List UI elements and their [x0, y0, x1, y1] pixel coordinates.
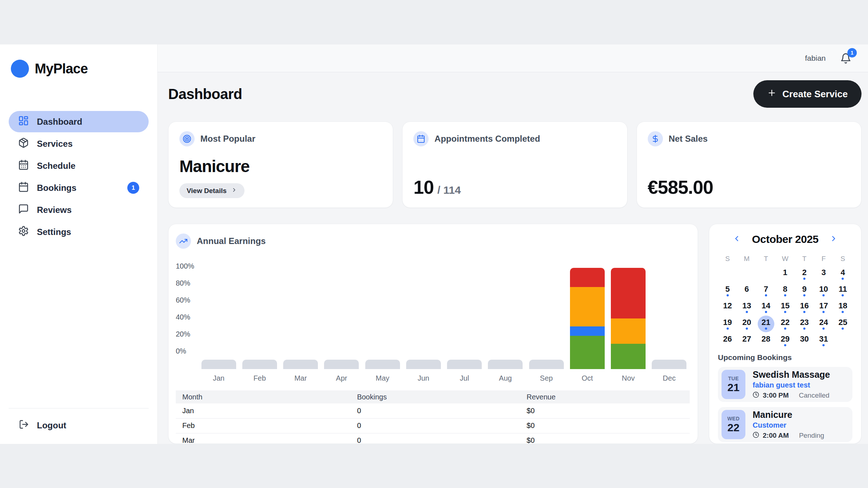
calendar-day-26[interactable]: 26	[718, 332, 737, 349]
day-number: 30	[800, 335, 809, 343]
table-row: Mar0$0	[176, 433, 690, 444]
bar-nov	[608, 256, 649, 369]
calendar-day-15[interactable]: 15	[775, 299, 795, 316]
calendar-day-28[interactable]: 28	[756, 332, 775, 349]
calendar-day-6[interactable]: 6	[737, 282, 756, 299]
chart-x-labels: JanFebMarAprMayJunJulAugSepOctNovDec	[176, 374, 690, 382]
chevron-right-icon	[829, 234, 838, 244]
notification-badge: 1	[847, 48, 857, 57]
day-number: 21	[762, 318, 770, 327]
calendar-day-8[interactable]: 8	[775, 282, 795, 299]
booking-item[interactable]: TUE21Swedish Massagefabian guest test3:0…	[718, 367, 852, 402]
calendar-day-16[interactable]: 16	[795, 299, 814, 316]
calendar-day-9[interactable]: 9	[795, 282, 814, 299]
booking-customer-link[interactable]: fabian guest test	[753, 381, 830, 389]
calendar-day-17[interactable]: 17	[814, 299, 833, 316]
weekday-label: M	[737, 255, 756, 263]
day-number: 10	[819, 285, 828, 294]
logout-button[interactable]: Logout	[9, 419, 149, 432]
logout-icon	[19, 419, 29, 432]
weekday-label: S	[718, 255, 737, 263]
calendar-day-11[interactable]: 11	[833, 282, 852, 299]
day-number: 4	[841, 268, 845, 277]
annual-earnings-card: Annual Earnings 100%80%60%40%20%0% JanFe…	[168, 224, 698, 444]
calendar-day-14[interactable]: 14	[756, 299, 775, 316]
view-details-button[interactable]: View Details	[179, 183, 244, 198]
calendar-day-18[interactable]: 18	[833, 299, 852, 316]
empty-bar	[283, 360, 318, 369]
calendar-day-27[interactable]: 27	[737, 332, 756, 349]
app-container: MyPlace DashboardServicesScheduleBooking…	[0, 44, 868, 444]
calendar-day-20[interactable]: 20	[737, 316, 756, 332]
net-sales-card: Net Sales €585.00	[637, 121, 861, 208]
sidebar-item-bookings[interactable]: Bookings1	[9, 177, 149, 198]
calendar-day-2[interactable]: 2	[795, 266, 814, 282]
sidebar-item-schedule[interactable]: Schedule	[9, 155, 149, 176]
calendar-day-19[interactable]: 19	[718, 316, 737, 332]
selected-day: 21	[758, 316, 774, 332]
calendar-day-23[interactable]: 23	[795, 316, 814, 332]
calendar-day-10[interactable]: 10	[814, 282, 833, 299]
booking-day: 21	[727, 381, 739, 394]
table-column-header: Revenue	[520, 390, 690, 403]
settings-icon	[18, 226, 29, 239]
calendar-day-21[interactable]: 21	[756, 316, 775, 332]
sidebar-item-services[interactable]: Services	[9, 133, 149, 154]
calendar-day-30[interactable]: 30	[795, 332, 814, 349]
x-axis-label: Feb	[239, 374, 280, 382]
sidebar-item-reviews[interactable]: Reviews	[9, 199, 149, 221]
calendar-next-button[interactable]	[828, 233, 839, 245]
empty-bar	[365, 360, 400, 369]
chart-area: 100%80%60%40%20%0%	[176, 256, 690, 369]
day: 27	[739, 332, 755, 349]
upcoming-bookings-heading: Upcoming Bookings	[718, 353, 852, 362]
calendar-day-7[interactable]: 7	[756, 282, 775, 299]
notifications-button[interactable]: 1	[840, 53, 851, 64]
booking-weekday: WED	[727, 416, 740, 421]
day-number: 13	[742, 301, 751, 310]
calendar-day-3[interactable]: 3	[814, 266, 833, 282]
username[interactable]: fabian	[805, 54, 826, 63]
calendar-day-4[interactable]: 4	[833, 266, 852, 282]
calendar-day-24[interactable]: 24	[814, 316, 833, 332]
x-axis-label: Sep	[526, 374, 567, 382]
most-popular-value: Manicure	[179, 157, 382, 176]
dollar-icon	[648, 131, 663, 146]
day: 7	[758, 282, 774, 299]
booking-customer-link[interactable]: Customer	[753, 421, 824, 429]
booking-dot	[765, 328, 767, 330]
calendar-day-31[interactable]: 31	[814, 332, 833, 349]
calendar-day-5[interactable]: 5	[718, 282, 737, 299]
table-body: Jan0$0Feb0$0Mar0$0	[176, 403, 690, 444]
logout-label: Logout	[37, 420, 66, 431]
day: 1	[777, 266, 793, 282]
topbar: fabian 1	[158, 44, 868, 72]
net-sales-label: Net Sales	[669, 134, 708, 144]
calendar-day-25[interactable]: 25	[833, 316, 852, 332]
sidebar-footer: Logout	[9, 408, 149, 432]
table-cell: Jan	[176, 403, 350, 418]
booking-dot	[842, 311, 844, 313]
calendar-prev-button[interactable]	[731, 233, 743, 245]
day: 30	[796, 332, 813, 349]
calendar-day-12[interactable]: 12	[718, 299, 737, 316]
calendar-day-29[interactable]: 29	[775, 332, 795, 349]
bar-oct	[567, 256, 608, 369]
main-area: fabian 1 Dashboard Create Service Most P…	[158, 44, 868, 444]
appointments-total: / 114	[437, 184, 461, 196]
calendar-day-22[interactable]: 22	[775, 316, 795, 332]
card-head: Most Popular	[179, 131, 382, 146]
day: 29	[777, 332, 793, 349]
net-sales-bottom: €585.00	[648, 176, 850, 198]
sidebar-item-settings[interactable]: Settings	[9, 221, 149, 243]
create-service-button[interactable]: Create Service	[753, 80, 861, 108]
sidebar-item-label: Reviews	[37, 205, 72, 215]
calendar-day-13[interactable]: 13	[737, 299, 756, 316]
booking-item[interactable]: WED22ManicureCustomer2:00 AMPending	[718, 407, 852, 442]
stats-row: Most Popular Manicure View Details Appoi…	[168, 121, 861, 208]
empty-day-cell	[718, 266, 737, 282]
empty-bar	[406, 360, 441, 369]
sidebar-item-dashboard[interactable]: Dashboard	[9, 111, 149, 132]
schedule-icon	[18, 159, 29, 172]
calendar-day-1[interactable]: 1	[775, 266, 795, 282]
